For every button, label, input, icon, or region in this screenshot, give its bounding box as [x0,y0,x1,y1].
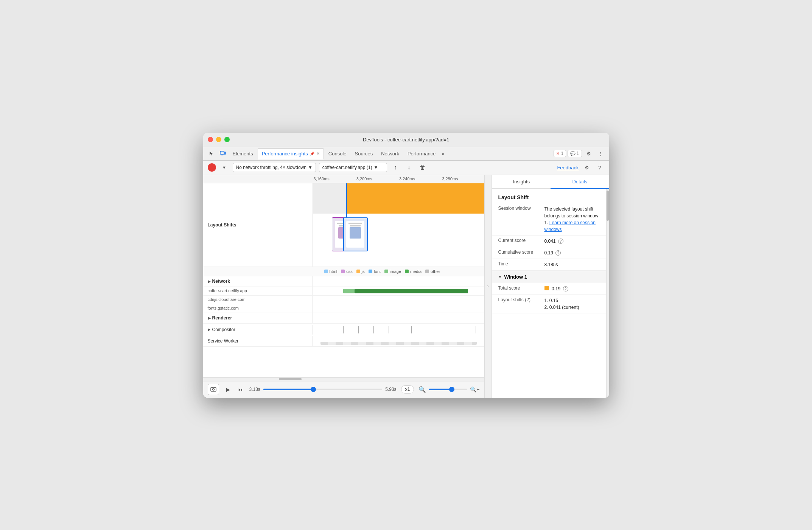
network-row-0: coffee-cart.netlify.app [203,287,484,296]
window-title: DevTools - coffee-cart.netlify.app/?ad=1 [363,137,449,143]
compositor-label: ▶ Compositor [203,325,313,335]
font-dot [369,270,372,273]
maximize-button[interactable] [224,137,230,142]
settings-icon-2[interactable]: ⚙ [582,163,592,172]
skip-to-start-button[interactable]: ⏮ [236,385,245,394]
tick-1 [358,326,359,333]
help-icon[interactable]: ? [595,163,605,172]
playback-controls: ▶ ⏮ [224,385,245,394]
tab-insights[interactable]: Insights [492,175,551,188]
tab-console[interactable]: Console [325,148,350,159]
bottom-bar: ▶ ⏮ 3.13s 5.93s x1 🔍 [203,381,484,398]
layout-shift-visual [313,183,484,267]
right-panel-with-scrollbar: Layout Shift Session window The selected… [492,189,609,398]
current-score-help-icon[interactable]: ? [558,239,563,244]
orange-square-icon [544,286,549,290]
tab-close-icon[interactable]: ✕ [316,151,320,156]
network-label: ▶ Network [203,276,313,287]
window-1-triangle-icon: ▼ [498,275,502,279]
js-dot [356,270,360,273]
record-button[interactable] [208,163,216,172]
tab-details[interactable]: Details [551,175,609,189]
upload-icon[interactable]: ↑ [390,162,401,173]
cumulative-score-help-icon[interactable]: ? [555,250,561,256]
tab-sources[interactable]: Sources [351,148,377,159]
svg-rect-1 [224,152,226,154]
delete-icon[interactable]: 🗑 [417,162,428,173]
other-dot [425,270,429,273]
detail-row-time: Time 3.185s [492,259,606,271]
tab-performance[interactable]: Performance [404,148,439,159]
tab-sources-label: Sources [355,151,373,157]
right-panel: Insights Details Layout Shift Session wi… [492,175,609,398]
compositor-expand-icon[interactable]: ▶ [208,327,211,332]
device-line-4 [350,225,361,226]
message-badge-button[interactable]: 💬 1 [568,150,582,157]
main-content: 3,160ms 3,200ms 3,240ms 3,280ms Layout S… [203,175,609,398]
compositor-content [313,324,484,336]
scrubber-thumb[interactable] [311,387,316,392]
zoom-track[interactable] [429,389,467,390]
ruler-mark-2: 3,240ms [398,177,441,181]
scrollbar-thumb-vert[interactable] [607,191,609,221]
horizontal-scrollbar[interactable] [203,377,484,381]
network-row-1: cdnjs.cloudflare.com [203,296,484,304]
renderer-expand-icon[interactable]: ▶ [208,316,211,320]
tab-right-controls: ✕ 1 💬 1 ⚙ ⋮ [554,148,606,159]
panel-collapse-handle[interactable]: › [484,175,492,398]
net-bar-light-0 [343,289,355,293]
service-worker-row: Service Worker [203,336,484,347]
timeline-panel: 3,160ms 3,200ms 3,240ms 3,280ms Layout S… [203,175,484,398]
zoom-thumb[interactable] [449,387,454,392]
zoom-minus-icon[interactable]: 🔍 [418,386,426,393]
net-bar-dark-0 [355,289,468,293]
dropdown-arrow-icon[interactable]: ▼ [219,162,230,173]
detail-row-total-score: Total score 0.19 ? [492,283,606,295]
throttling-dropdown[interactable]: No network throttling, 4× slowdown ▼ [233,163,316,172]
feedback-link[interactable]: Feedback [557,165,579,170]
titlebar: DevTools - coffee-cart.netlify.app/?ad=1 [203,133,609,147]
scrollbar-thumb-horiz[interactable] [279,378,302,380]
speed-badge[interactable]: x1 [401,385,414,394]
throttling-dropdown-arrow: ▼ [308,165,313,170]
tab-elements[interactable]: Elements [229,148,257,159]
css-dot [341,270,345,273]
tabs-overflow[interactable]: » [442,151,444,157]
error-badge-button[interactable]: ✕ 1 [554,150,566,157]
vertical-scrollbar[interactable] [606,189,609,398]
more-options-icon[interactable]: ⋮ [596,148,606,159]
total-score-help-icon[interactable]: ? [563,286,568,291]
close-button[interactable] [208,137,213,142]
settings-icon[interactable]: ⚙ [583,148,594,159]
renderer-header-row: ▶ Renderer [203,313,484,324]
image-dot [384,270,388,273]
tab-network[interactable]: Network [377,148,403,159]
download-icon[interactable]: ↓ [404,162,414,173]
tab-performance-insights[interactable]: Performance insights 📌 ✕ [258,148,324,160]
session-windows-link[interactable]: Learn more on session windows [544,220,596,232]
minimize-button[interactable] [216,137,221,142]
layout-shifts-content[interactable] [313,183,484,267]
window-1-header[interactable]: ▼ Window 1 [492,271,606,283]
device-icon[interactable] [218,148,228,159]
network-expand-icon[interactable]: ▶ [208,279,211,284]
scrubber-track[interactable] [263,389,382,390]
session-window-key: Session window [498,206,540,233]
zoom-plus-icon[interactable]: 🔍+ [470,386,479,392]
network-header-row: ▶ Network [203,276,484,287]
device-line-3 [348,223,362,224]
detail-row-session-window: Session window The selected layout shift… [492,203,606,236]
cursor-icon[interactable] [206,148,217,159]
time-key: Time [498,261,540,268]
tab-performance-insights-label: Performance insights [262,151,308,157]
play-button[interactable]: ▶ [224,385,233,394]
service-worker-content [313,336,484,346]
legend-js: js [356,269,365,274]
screenshot-icon[interactable] [208,384,219,395]
timeline-tracks: Layout Shifts [203,183,484,377]
devtools-window: DevTools - coffee-cart.netlify.app/?ad=1… [203,133,609,398]
total-score-val: 0.19 ? [544,285,568,292]
url-dropdown[interactable]: coffee-cart.netlify.app (1) ▼ [319,163,387,172]
legend-media: media [405,269,422,274]
orange-bar [346,183,484,214]
